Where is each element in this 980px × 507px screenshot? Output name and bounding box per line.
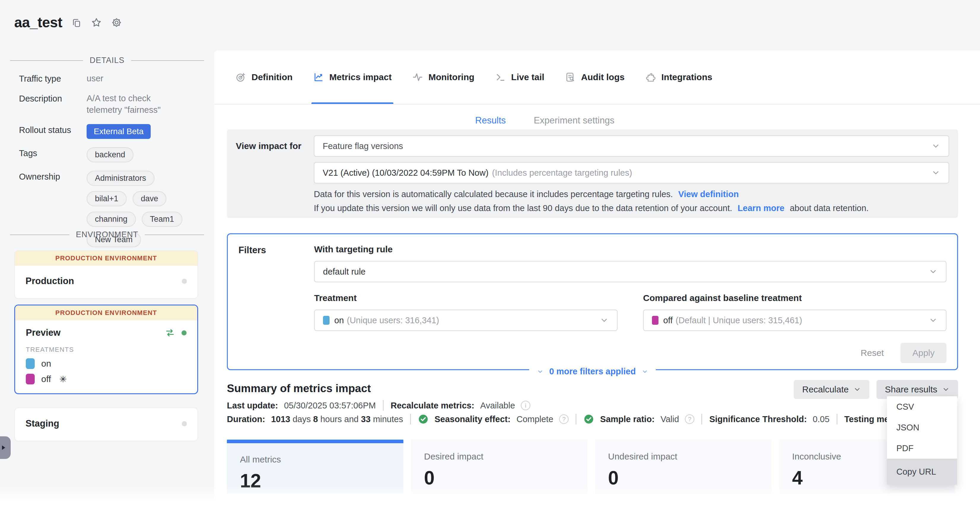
check-circle-icon [584,414,594,424]
status-line-1: Last update: 05/30/2025 03:57:06PM Recal… [227,400,530,411]
metric-card-label: Desired impact [424,451,588,462]
baseline-dropdown[interactable]: off (Default | Unique users: 315,461) [643,309,947,331]
treatment-off-label: off [41,374,51,384]
treatment-value: on [334,316,344,325]
note-text: If you update this version we will only … [314,203,732,213]
treatment-row-off: off ✳ [26,374,186,384]
tab-integrations[interactable]: Integrations [646,51,713,104]
targeting-rule-label: With targeting rule [314,244,947,254]
subtab-experiment-settings[interactable]: Experiment settings [534,115,614,131]
learn-more-link[interactable]: Learn more [738,203,784,213]
gear-icon [111,17,122,28]
ownership-label: Ownership [19,171,87,182]
subtab-bar: Results Experiment settings [214,115,980,131]
environment-card-staging[interactable]: Staging [14,408,198,442]
metric-card-value: 12 [240,470,403,492]
owner-chip[interactable]: channing [87,212,136,227]
owner-chip[interactable]: Team1 [142,212,182,227]
description-value: A/A test to check telemetry "fairness" [87,92,185,116]
target-icon [235,72,246,83]
chevron-down-icon [929,316,938,325]
tag-chip[interactable]: backend [87,147,134,163]
sample-ratio-value: Valid [660,415,679,424]
environment-name: Production [25,276,74,287]
owner-chip[interactable]: dave [133,191,167,206]
reset-button[interactable]: Reset [861,348,884,358]
impact-source-dropdown[interactable]: Feature flag versions [314,136,949,157]
recalculate-metrics-label: Recalculate metrics: [391,401,474,411]
note-text: Data for this version is automatically c… [314,190,673,199]
environment-heading-label: ENVIRONMENT [76,230,138,239]
menu-item-copy-url[interactable]: Copy URL [887,459,957,485]
treatments-heading: TREATMENTS [26,346,186,354]
environment-name: Staging [25,418,59,429]
tab-audit-logs[interactable]: Audit logs [565,51,625,104]
default-treatment-marker-icon: ✳ [59,374,67,384]
tab-metrics-impact[interactable]: Metrics impact [313,51,391,104]
share-results-menu: CSV JSON PDF Copy URL [887,396,957,485]
question-icon[interactable]: ? [685,415,694,424]
menu-item-pdf[interactable]: PDF [887,438,957,459]
tab-live-tail[interactable]: Live tail [495,51,544,104]
chevron-down-icon [929,267,938,276]
rollout-status-badge: External Beta [87,124,151,139]
more-filters-label: 0 more filters applied [549,367,636,376]
detail-row-rollout-status: Rollout status External Beta [19,124,200,139]
production-environment-banner: PRODUCTION ENVIRONMENT [15,251,197,266]
divider [10,234,69,235]
main-panel: Definition Metrics impact Monitoring Liv… [214,51,980,507]
sidebar: aa_test DETAILS Traffic type user Descri… [0,0,214,507]
version-note-line-1: Data for this version is automatically c… [314,190,949,199]
duration-label: Duration: [227,415,265,424]
chevron-down-icon [931,168,940,177]
metric-summary-cards: All metrics 12 Desired impact 0 Undesire… [227,440,955,494]
metric-card-value: 0 [424,467,588,489]
metric-card-undesired-impact[interactable]: Undesired impact 0 [595,440,772,494]
version-dropdown[interactable]: V21 (Active) (10/03/2022 04:59PM To Now)… [314,162,949,183]
info-icon[interactable]: i [521,401,530,410]
metric-card-all-metrics[interactable]: All metrics 12 [227,440,403,494]
view-definition-link[interactable]: View definition [678,190,739,199]
treatment-off-swatch [26,374,35,384]
settings-button[interactable] [111,17,122,28]
tab-definition[interactable]: Definition [235,51,293,104]
environment-section-heading: ENVIRONMENT [10,230,204,239]
impact-source-value: Feature flag versions [323,141,403,151]
subtab-results[interactable]: Results [475,115,506,131]
swap-arrows-icon[interactable] [165,328,175,338]
menu-item-json[interactable]: JSON [887,417,957,438]
treatment-on-label: on [41,359,51,369]
owner-chip[interactable]: Administrators [87,171,154,186]
details-rows: Traffic type user Description A/A test t… [19,73,200,247]
sidebar-collapse-handle[interactable] [0,436,11,459]
treatment-row-on: on [26,358,186,369]
apply-button[interactable]: Apply [900,343,947,363]
targeting-rule-dropdown[interactable]: default rule [314,261,947,282]
version-note: (Includes percentage targeting rules) [492,168,632,178]
status-line-2: Duration: 1013 days 8 hours and 33 minut… [227,414,957,424]
tab-bar: Definition Metrics impact Monitoring Liv… [214,51,980,105]
menu-item-csv[interactable]: CSV [887,396,957,417]
tab-label: Audit logs [581,72,625,82]
recalculate-button[interactable]: Recalculate [794,380,869,399]
treatment-label: Treatment [314,293,617,303]
chevron-down-icon [537,368,543,375]
environment-card-production[interactable]: PRODUCTION ENVIRONMENT Production [14,250,198,299]
copy-name-button[interactable] [71,17,82,28]
status-dot [182,421,187,426]
owner-chip[interactable]: bilal+1 [87,191,127,206]
filters-box: Filters With targeting rule default rule… [227,233,958,370]
chevron-down-icon [853,386,861,393]
detail-row-tags: Tags backend [19,147,200,163]
sample-ratio-label: Sample ratio: [600,415,655,424]
environment-card-preview[interactable]: PRODUCTION ENVIRONMENT Preview TREATMENT… [14,305,198,394]
treatment-dropdown[interactable]: on (Unique users: 316,341) [314,309,617,331]
metric-card-desired-impact[interactable]: Desired impact 0 [411,440,588,494]
version-note-line-2: If you update this version we will only … [314,203,949,213]
tab-monitoring[interactable]: Monitoring [412,51,474,104]
baseline-detail: (Default | Unique users: 315,461) [676,316,802,325]
filters-label: Filters [239,244,314,363]
question-icon[interactable]: ? [559,415,569,424]
favorite-button[interactable] [91,17,102,28]
more-filters-toggle[interactable]: 0 more filters applied [529,367,656,376]
